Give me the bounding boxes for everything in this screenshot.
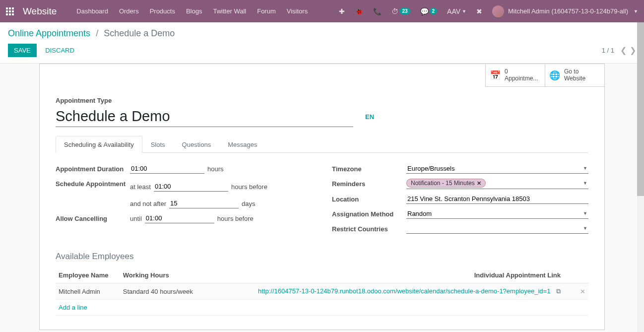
stat-buttons: 📅 0 Appointme... 🌐 Go to Website — [40, 64, 604, 87]
apps-icon[interactable] — [6, 7, 14, 15]
stat-appointments-count: 0 — [505, 68, 538, 75]
label-reminders: Reminders — [332, 179, 406, 188]
row-delete-icon[interactable]: ✕ — [580, 288, 585, 295]
stat-goto-website[interactable]: 🌐 Go to Website — [545, 64, 604, 87]
duration-input[interactable] — [130, 164, 204, 174]
chat-badge: 2 — [430, 8, 438, 14]
pager-count: 1 / 1 — [602, 47, 614, 54]
save-button[interactable]: Save — [8, 44, 37, 57]
th-appointment-link: Individual Appointment Link — [207, 267, 564, 283]
top-navbar: Website Dashboard Orders Products Blogs … — [0, 0, 644, 22]
discard-button[interactable]: Discard — [45, 47, 74, 54]
chevron-down-icon: ▼ — [583, 181, 587, 186]
label-assign: Assignation Method — [332, 209, 406, 218]
calendar-icon: 📅 — [490, 70, 501, 81]
at-least-prefix: at least — [130, 183, 151, 191]
not-after-unit: days — [242, 200, 255, 207]
lang-link[interactable]: EN — [365, 113, 374, 121]
nav-orders[interactable]: Orders — [119, 7, 139, 15]
tag-remove-icon[interactable]: ✕ — [477, 180, 481, 187]
reminder-tag-label: Notification - 15 Minutes — [411, 180, 475, 187]
reminder-tag[interactable]: Notification - 15 Minutes ✕ — [406, 179, 486, 188]
pager: 1 / 1 ❮ ❯ — [602, 46, 636, 55]
table-row-add: Add a line — [56, 300, 588, 316]
label-cancel: Allow Cancelling — [56, 213, 130, 222]
available-employees-title: Available Employees — [56, 252, 588, 262]
label-restrict: Restrict Countries — [332, 224, 406, 233]
nav-twitter-wall[interactable]: Twitter Wall — [213, 7, 246, 15]
brand-label[interactable]: Website — [23, 6, 57, 17]
bug-icon[interactable]: 🐞 — [355, 7, 363, 15]
form-sheet: 📅 0 Appointme... 🌐 Go to Website Appoint… — [39, 64, 605, 330]
globe-icon: 🌐 — [549, 70, 560, 81]
chat-icon[interactable]: 💬2 — [420, 7, 438, 15]
table-row[interactable]: Mitchell Admin Standard 40 hours/week ht… — [56, 283, 588, 300]
stat-appointments[interactable]: 📅 0 Appointme... — [485, 64, 545, 87]
at-least-input[interactable] — [154, 182, 228, 192]
nav-menu: Dashboard Orders Products Blogs Twitter … — [76, 7, 339, 15]
tab-slots[interactable]: Slots — [142, 136, 174, 153]
cell-appointment-link[interactable]: http://1604757-13-0-124b79.runbot18.odoo… — [258, 287, 550, 295]
tab-messages[interactable]: Messages — [219, 136, 265, 153]
actions-row: Save Discard 1 / 1 ❮ ❯ — [0, 39, 644, 64]
label-location: Location — [332, 194, 406, 203]
user-name: Mitchell Admin (1604757-13-0-124b79-all) — [508, 7, 628, 15]
restrict-countries-select[interactable] — [406, 224, 588, 234]
label-duration: Appointment Duration — [56, 164, 130, 173]
pager-next-icon[interactable]: ❯ — [630, 46, 636, 55]
stat-appointments-label: Appointme... — [505, 75, 538, 82]
clock-badge: 23 — [399, 8, 410, 14]
timezone-select[interactable] — [406, 164, 588, 174]
tab-scheduling[interactable]: Scheduling & Availability — [56, 136, 142, 153]
nav-dashboard[interactable]: Dashboard — [76, 7, 108, 15]
cell-working-hours: Standard 40 hours/week — [120, 283, 207, 300]
assignation-select[interactable] — [406, 209, 588, 219]
aav-menu[interactable]: AAV▼ — [447, 7, 466, 15]
tab-questions[interactable]: Questions — [174, 136, 220, 153]
until-input[interactable] — [145, 213, 214, 223]
stat-goto-label: Go to Website — [564, 68, 600, 82]
breadcrumb-current: Schedule a Demo — [104, 28, 175, 38]
nav-forum[interactable]: Forum — [257, 7, 276, 15]
employees-table: Employee Name Working Hours Individual A… — [56, 267, 588, 316]
appointment-type-label: Appointment Type — [56, 97, 588, 104]
form-col-right: Timezone ▼ Reminders — [332, 164, 588, 239]
pager-prev-icon[interactable]: ❮ — [620, 46, 627, 55]
nav-visitors[interactable]: Visitors — [287, 7, 308, 15]
label-timezone: Timezone — [332, 164, 406, 173]
scrollbar[interactable] — [637, 22, 644, 330]
breadcrumb: Online Appointments / Schedule a Demo — [8, 28, 175, 39]
tools-icon[interactable]: ✖ — [476, 7, 482, 15]
form-tabs: Scheduling & Availability Slots Question… — [56, 136, 588, 153]
label-schedule: Schedule Appointment — [56, 179, 130, 188]
until-unit: hours before — [217, 215, 254, 222]
breadcrumb-parent[interactable]: Online Appointments — [8, 28, 90, 38]
until-prefix: until — [130, 215, 142, 222]
breadcrumb-row: Online Appointments / Schedule a Demo — [0, 22, 644, 39]
copy-icon[interactable]: ⧉ — [556, 287, 561, 295]
phone-icon[interactable]: 📞 — [373, 7, 382, 15]
chevron-down-icon: ▼ — [634, 9, 638, 14]
nav-right: ✚ 🐞 📞 ⏱23 💬2 AAV▼ ✖ Mitchell Admin (1604… — [339, 5, 638, 17]
not-after-prefix: and not after — [130, 200, 166, 207]
add-line-link[interactable]: Add a line — [59, 304, 87, 311]
form-col-left: Appointment Duration hours Schedule Appo… — [56, 164, 312, 239]
plus-icon[interactable]: ✚ — [339, 7, 345, 15]
clock-icon[interactable]: ⏱23 — [391, 7, 410, 15]
cell-employee-name: Mitchell Admin — [56, 283, 120, 300]
user-menu[interactable]: Mitchell Admin (1604757-13-0-124b79-all)… — [492, 5, 638, 17]
avatar-icon — [492, 5, 504, 17]
th-working-hours: Working Hours — [120, 267, 207, 283]
at-least-unit: hours before — [231, 183, 267, 191]
appointment-title-input[interactable] — [56, 107, 353, 127]
not-after-input[interactable] — [169, 199, 239, 208]
nav-blogs[interactable]: Blogs — [186, 7, 202, 15]
breadcrumb-sep: / — [96, 28, 98, 38]
th-employee-name: Employee Name — [56, 267, 120, 283]
duration-unit: hours — [207, 165, 224, 173]
nav-products[interactable]: Products — [150, 7, 175, 15]
location-input[interactable] — [406, 194, 588, 204]
